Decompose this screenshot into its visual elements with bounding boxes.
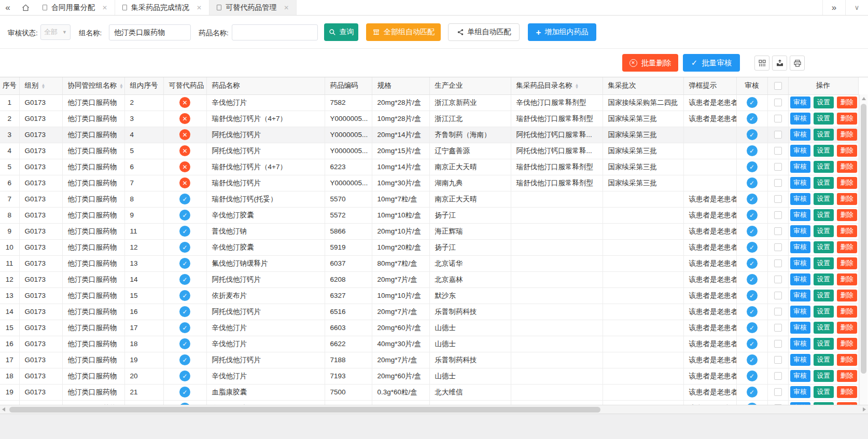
row-delete-button[interactable]: 删除 [837, 241, 857, 253]
table-row[interactable]: 18G0173他汀类口服药物20✓辛伐他汀片719320mg*60片/盒山德士该… [0, 368, 858, 384]
row-setting-button[interactable]: 设置 [814, 338, 834, 350]
row-audit-button[interactable]: 审核 [790, 129, 810, 141]
row-delete-button[interactable]: 删除 [837, 354, 857, 366]
row-setting-button[interactable]: 设置 [814, 370, 834, 382]
row-checkbox[interactable] [774, 147, 782, 155]
row-setting-button[interactable]: 设置 [814, 257, 834, 269]
close-icon[interactable]: ✕ [284, 4, 289, 11]
row-setting-button[interactable]: 设置 [814, 161, 834, 173]
row-delete-button[interactable]: 删除 [837, 129, 857, 141]
row-checkbox[interactable] [774, 372, 782, 380]
column-header-catalog_name[interactable]: 集采药品目录名称▲▼ [511, 77, 603, 94]
row-delete-button[interactable]: 删除 [837, 322, 857, 334]
table-row[interactable]: 3G0173他汀类口服药物4✕阿托伐他汀钙片Y0000005...20mg*14… [0, 127, 858, 143]
row-delete-button[interactable]: 删除 [837, 306, 857, 318]
print-button[interactable] [790, 56, 805, 71]
collapse-tabs-left-icon[interactable]: « [0, 0, 16, 15]
row-audit-button[interactable]: 审核 [790, 338, 810, 350]
table-row[interactable]: 5G0173他汀类口服药物6✕瑞舒伐他汀钙片（4+7）622310mg*14片/… [0, 159, 858, 175]
table-row[interactable]: 6G0173他汀类口服药物7✕瑞舒伐他汀钙片Y0000005...10mg*30… [0, 175, 858, 191]
row-checkbox[interactable] [774, 243, 782, 251]
row-delete-button[interactable]: 删除 [837, 177, 857, 189]
tab-1[interactable]: 集采药品完成情况✕ [115, 0, 209, 15]
add-group-drug-button[interactable]: + 增加组内药品 [528, 23, 596, 41]
row-delete-button[interactable]: 删除 [837, 161, 857, 173]
table-row[interactable]: 16G0173他汀类口服药物18✓辛伐他汀片662240mg*30片/盒山德士该… [0, 336, 858, 352]
table-row[interactable]: 8G0173他汀类口服药物9✓辛伐他汀胶囊557210mg*10粒/盒扬子江该患… [0, 207, 858, 223]
batch-audit-button[interactable]: ✓ 批量审核 [683, 54, 740, 72]
row-checkbox[interactable] [774, 276, 782, 283]
row-audit-button[interactable]: 审核 [790, 273, 810, 285]
column-settings-button[interactable] [754, 56, 769, 71]
row-checkbox[interactable] [774, 227, 782, 235]
row-audit-button[interactable]: 审核 [790, 177, 810, 189]
row-delete-button[interactable]: 删除 [837, 338, 857, 350]
auto-match-all-groups-button[interactable]: 全部组自动匹配 [366, 23, 441, 41]
scroll-left-icon[interactable] [2, 407, 5, 411]
row-delete-button[interactable]: 删除 [837, 386, 857, 398]
table-row[interactable]: 1G0173他汀类口服药物2✕辛伐他汀片758220mg*28片/盒浙江京新药业… [0, 94, 858, 111]
home-tab[interactable] [16, 0, 35, 15]
row-setting-button[interactable]: 设置 [814, 225, 834, 237]
table-row[interactable]: 19G0173他汀类口服药物21✓血脂康胶囊75000.3g*60粒/盒北大维信… [0, 384, 858, 400]
table-row[interactable]: 10G0173他汀类口服药物12✓辛伐他汀胶囊591910mg*20粒/盒扬子江… [0, 239, 858, 255]
tab-0[interactable]: 合同用量分配✕ [35, 0, 115, 15]
row-checkbox[interactable] [774, 163, 782, 171]
row-checkbox[interactable] [774, 259, 782, 267]
row-checkbox[interactable] [774, 115, 782, 122]
row-setting-button[interactable]: 设置 [814, 193, 834, 205]
row-audit-button[interactable]: 审核 [790, 257, 810, 269]
horizontal-scrollbar[interactable] [0, 405, 868, 414]
row-delete-button[interactable]: 删除 [837, 145, 857, 157]
row-audit-button[interactable]: 审核 [790, 354, 810, 366]
row-setting-button[interactable]: 设置 [814, 290, 834, 301]
sort-icon[interactable]: ▲▼ [575, 84, 579, 89]
row-delete-button[interactable]: 删除 [837, 209, 857, 221]
row-setting-button[interactable]: 设置 [814, 177, 834, 189]
row-audit-button[interactable]: 审核 [790, 290, 810, 301]
row-delete-button[interactable]: 删除 [837, 225, 857, 237]
row-audit-button[interactable]: 审核 [790, 113, 810, 125]
scroll-right-icon[interactable] [863, 407, 866, 411]
row-delete-button[interactable]: 删除 [837, 257, 857, 269]
column-header-group_name[interactable]: 协同管控组名称▲▼ [62, 77, 124, 94]
row-audit-button[interactable]: 审核 [790, 161, 810, 173]
row-audit-button[interactable]: 审核 [790, 386, 810, 398]
select-all-checkbox[interactable] [774, 82, 782, 90]
row-setting-button[interactable]: 设置 [814, 386, 834, 398]
row-audit-button[interactable]: 审核 [790, 97, 810, 108]
row-audit-button[interactable]: 审核 [790, 193, 810, 205]
table-row[interactable]: 12G0173他汀类口服药物14✓阿托伐他汀钙片620820mg*7片/盒北京嘉… [0, 271, 858, 287]
row-delete-button[interactable]: 删除 [837, 97, 857, 108]
table-row[interactable]: 11G0173他汀类口服药物13✓氟伐他汀钠缓释片603780mg*7粒/盒北京… [0, 255, 858, 271]
row-checkbox[interactable] [774, 324, 782, 332]
row-checkbox[interactable] [774, 211, 782, 219]
row-delete-button[interactable]: 删除 [837, 273, 857, 285]
row-delete-button[interactable]: 删除 [837, 370, 857, 382]
column-header-group_code[interactable]: 组别▲▼ [19, 77, 62, 94]
row-checkbox[interactable] [774, 195, 782, 203]
audit-status-select[interactable]: 全部 ▼ [40, 24, 71, 40]
table-row[interactable]: 13G0173他汀类口服药物15✓依折麦布片632710mg*10片/盒默沙东该… [0, 287, 858, 304]
row-audit-button[interactable]: 审核 [790, 209, 810, 221]
row-setting-button[interactable]: 设置 [814, 97, 834, 108]
row-checkbox[interactable] [774, 179, 782, 187]
row-delete-button[interactable]: 删除 [837, 193, 857, 205]
row-checkbox[interactable] [774, 388, 782, 396]
table-row[interactable]: 7G0173他汀类口服药物8✓瑞舒伐他汀钙(托妥）557010mg*7粒/盒南京… [0, 191, 858, 207]
auto-match-single-group-button[interactable]: 单组自动匹配 [448, 23, 520, 41]
row-delete-button[interactable]: 删除 [837, 290, 857, 301]
row-setting-button[interactable]: 设置 [814, 129, 834, 141]
tab-menu-icon[interactable]: ∨ [845, 0, 868, 15]
scroll-tabs-right-icon[interactable]: » [822, 0, 845, 15]
row-setting-button[interactable]: 设置 [814, 209, 834, 221]
close-icon[interactable]: ✕ [102, 4, 107, 11]
row-setting-button[interactable]: 设置 [814, 306, 834, 318]
drug-name-input[interactable] [232, 24, 318, 40]
sort-icon[interactable]: ▲▼ [41, 84, 46, 89]
row-setting-button[interactable]: 设置 [814, 273, 834, 285]
horizontal-scrollbar-thumb[interactable] [9, 407, 600, 413]
row-setting-button[interactable]: 设置 [814, 241, 834, 253]
row-audit-button[interactable]: 审核 [790, 370, 810, 382]
row-checkbox[interactable] [774, 292, 782, 299]
